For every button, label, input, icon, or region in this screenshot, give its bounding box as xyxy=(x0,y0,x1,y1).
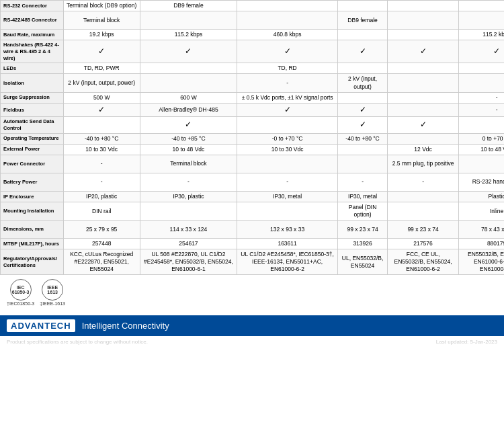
cell xyxy=(459,155,504,173)
row-label: Operating Temperature xyxy=(1,133,64,144)
cell: - xyxy=(140,173,237,191)
cell xyxy=(387,63,458,74)
cell: 78 x 43 x 20 xyxy=(459,221,504,239)
cell xyxy=(338,144,388,155)
cell: 99 x 23 x 74 xyxy=(338,221,388,239)
row-label: Mounting Installation xyxy=(1,202,64,221)
cell xyxy=(459,74,504,92)
cert-1: IEC61850-3 †IEC61850-3 xyxy=(7,279,34,306)
cell: UL, EN55032/B, EN55024 xyxy=(338,249,388,275)
cell: 600 W xyxy=(140,92,237,103)
cell: Terminal block xyxy=(63,11,140,30)
row-label: Regulatory/Approvals/ Certifications xyxy=(1,249,64,275)
row-label: MTBF (MIL217F), hours xyxy=(1,239,64,249)
cell: DB9 female xyxy=(338,11,388,30)
cell: 254617 xyxy=(140,239,237,249)
cell: ✓ xyxy=(237,103,338,117)
cell: 10 to 48 Vdc xyxy=(459,144,504,155)
footer-tagline: Intelligent Connectivity xyxy=(82,321,169,331)
cell: 114 x 33 x 124 xyxy=(140,221,237,239)
cell: - xyxy=(338,173,388,191)
cell: 99 x 23 x 74 xyxy=(387,221,458,239)
cell: ✓ xyxy=(140,40,237,63)
cell xyxy=(140,74,237,92)
cell xyxy=(387,202,458,221)
cell xyxy=(387,1,458,11)
table-row: Automatic Send Data Control✓✓✓✓ xyxy=(1,117,505,134)
cell xyxy=(63,117,140,134)
cell xyxy=(338,155,388,173)
row-label: Power Connector xyxy=(1,155,64,173)
cell: KCC, cULus Recognized #E222870, EN55021,… xyxy=(63,249,140,275)
cell: ✓ xyxy=(63,103,140,117)
cell: -40 to +80 °C xyxy=(63,133,140,144)
cert-icons-section: IEC61850-3 †IEC61850-3 IEEE1613 ‡IEEE-16… xyxy=(0,275,504,310)
row-label: Baud Rate, maximum xyxy=(1,30,64,40)
cell: 880179 xyxy=(459,239,504,249)
row-label: Battery Power xyxy=(1,173,64,191)
cell: EN55032/B, EN55024, EN61000-6-3+A1, EN61… xyxy=(459,249,504,275)
cell xyxy=(338,63,388,74)
footer-bar: ADVANTECH Intelligent Connectivity xyxy=(0,315,504,336)
cell: ✓ xyxy=(387,117,458,134)
cell: ✓ xyxy=(338,117,388,134)
cell: - xyxy=(63,173,140,191)
row-label: Isolation xyxy=(1,74,64,92)
cell: 115.2 kbps xyxy=(459,30,504,40)
row-label: Dimensions, mm xyxy=(1,221,64,239)
table-row: Battery Power-----RS-232 handshake-RS-23… xyxy=(1,173,505,191)
cell: - xyxy=(459,103,504,117)
cell xyxy=(459,1,504,11)
cert-label-iec: †IEC61850-3 xyxy=(7,301,34,306)
row-label: Automatic Send Data Control xyxy=(1,117,64,134)
footer-logo: ADVANTECH xyxy=(7,319,75,332)
row-label: RS-422/485 Connector xyxy=(1,11,64,30)
cell xyxy=(387,11,458,30)
page-container: RS-232 ConnectorTerminal block (DB9 opti… xyxy=(0,0,504,348)
cell: - xyxy=(459,92,504,103)
cell: UL C1/D2 #E245458*, IEC61850-3†, IEEE-16… xyxy=(237,249,338,275)
footer-notice: Product specifications are subject to ch… xyxy=(7,339,148,345)
table-row: Baud Rate, maximum19.2 kbps115.2 kbps460… xyxy=(1,30,505,40)
cell: 10 to 30 Vdc xyxy=(237,144,338,155)
cell: 217576 xyxy=(387,239,458,249)
cell: DB9 female xyxy=(140,1,237,11)
cell: -40 to +85 °C xyxy=(140,133,237,144)
cell: Terminal block xyxy=(140,155,237,173)
cell xyxy=(338,92,388,103)
cell: RS-232 handshake xyxy=(459,173,504,191)
cert-icon-ieee: IEEE1613 xyxy=(42,279,63,301)
cell xyxy=(459,117,504,134)
cell: 132 x 93 x 33 xyxy=(237,221,338,239)
row-label: Fieldbus xyxy=(1,103,64,117)
table-row: Mounting InstallationDIN railPanel (DIN … xyxy=(1,202,505,221)
cell xyxy=(237,202,338,221)
cell: 0 to +70 °C xyxy=(459,133,504,144)
table-row: MTBF (MIL217F), hours2574482546171636113… xyxy=(1,239,505,249)
cell xyxy=(237,1,338,11)
cell: -40 to +80 °C xyxy=(338,133,388,144)
cell: DIN rail xyxy=(63,202,140,221)
cell: 163611 xyxy=(237,239,338,249)
cell: 19.2 kbps xyxy=(63,30,140,40)
cell: IP30, plastic xyxy=(140,192,237,202)
cell: 115.2 kbps xyxy=(140,30,237,40)
cell: Inline xyxy=(459,202,504,221)
row-label: External Power xyxy=(1,144,64,155)
table-row: IP EnclosureIP20, plasticIP30, plasticIP… xyxy=(1,192,505,202)
cell: TD, RD xyxy=(237,63,338,74)
cell: ✓ xyxy=(338,103,388,117)
table-row: RS-232 ConnectorTerminal block (DB9 opti… xyxy=(1,1,505,11)
cell xyxy=(140,11,237,30)
table-row: Handshakes (RS-422 4-wire & RS-485 2 & 4… xyxy=(1,40,505,63)
cell: Panel (DIN option) xyxy=(338,202,388,221)
cell xyxy=(459,63,504,74)
cell xyxy=(459,11,504,30)
table-container: RS-232 ConnectorTerminal block (DB9 opti… xyxy=(0,0,504,275)
cell: IP30, metal xyxy=(237,192,338,202)
cell: ✓ xyxy=(387,40,458,63)
cert-icon-text-ieee: IEEE1613 xyxy=(47,285,58,295)
cell: Allen-Bradley® DH-485 xyxy=(140,103,237,117)
cell: ✓ xyxy=(338,40,388,63)
table-row: Fieldbus✓Allen-Bradley® DH-485✓✓-✓- xyxy=(1,103,505,117)
